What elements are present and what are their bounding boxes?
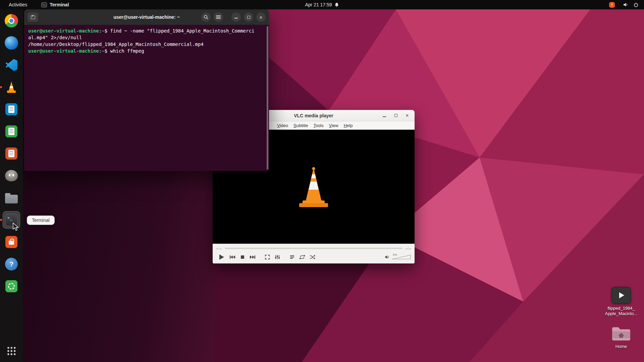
notification-bell-icon [335,2,339,7]
vlc-play-button[interactable] [216,253,227,261]
vlc-menu-tools[interactable]: Tools [311,122,326,129]
vlc-controls: --:-- --:-- [213,244,415,263]
terminal-line-2: al.mp4" 2>/dev/null [28,34,265,41]
dock-item-gimp[interactable] [3,167,20,184]
vlc-playlist-button[interactable] [288,253,297,261]
dock-item-libreoffice-writer[interactable] [3,101,20,118]
terminal-body[interactable]: user@user-virtual-machine:~$ find ~ -nam… [24,25,269,171]
chrome-icon [5,14,18,27]
terminal-titlebar[interactable]: user@user-virtual-machine: ~ × [24,9,269,25]
dock-item-vscode[interactable] [3,56,20,74]
extensions-icon [5,280,17,292]
vlc-cone-logo [295,166,332,208]
desktop-icon-home-folder[interactable]: Home [599,326,643,349]
terminal-scrollbar[interactable] [267,26,268,170]
minimize-icon [383,116,386,117]
home-folder-label: Home [615,344,627,349]
playlist-icon [289,255,295,259]
vlc-fullscreen-button[interactable] [263,253,272,261]
top-bar: Activities >_ Terminal Apr 21 17:59 ! [0,0,644,9]
video-file-label-line2: Apple_Macinto... [605,311,638,316]
vlc-minimize-button[interactable] [380,112,388,120]
show-applications-button[interactable] [3,343,20,359]
question-mark-icon: ? [5,258,18,270]
clock-button[interactable]: Apr 21 17:59 [305,0,339,9]
vlc-loop-button[interactable] [298,253,307,261]
vlc-volume-percent: 0% [393,253,397,256]
system-status-area[interactable]: ! [609,2,644,8]
dock-item-libreoffice-impress[interactable] [3,145,20,162]
gimp-icon [5,170,18,181]
vlc-menu-video[interactable]: Video [274,122,291,129]
terminal-close-button[interactable]: × [256,12,266,22]
dock: >_? [0,9,23,362]
vlc-menu-help[interactable]: Help [341,122,356,129]
new-tab-icon [31,15,35,19]
clock-label: Apr 21 17:59 [305,2,332,7]
impress-presentation-icon [5,147,17,160]
vlc-maximize-button[interactable] [392,112,400,120]
maximize-icon [394,114,397,117]
terminal-window: user@user-virtual-machine: ~ × user@user… [24,9,269,171]
terminal-minimize-button[interactable] [231,12,241,22]
video-file-label-line1: flipped_1984_ [607,306,635,311]
vlc-stop-button[interactable] [238,253,247,261]
search-icon [204,15,208,19]
activities-button[interactable]: Activities [6,1,30,8]
dock-item-files[interactable] [3,189,20,206]
play-icon [218,254,225,260]
terminal-line-3: /home/user/Desktop/flipped_1984_Apple_Ma… [28,41,265,48]
calc-spreadsheet-icon [5,125,17,137]
dock-item-vlc[interactable] [3,78,20,96]
vscode-icon [5,59,17,71]
vlc-time-remaining: --:-- [405,246,411,250]
vlc-random-button[interactable] [308,253,317,261]
focused-app-menu[interactable]: >_ Terminal [41,2,69,7]
shuffle-icon [309,255,315,259]
terminal-search-button[interactable] [201,12,211,22]
vlc-extended-settings-button[interactable] [273,253,282,261]
vlc-volume-control[interactable]: 0% [385,254,411,260]
maximize-icon [247,16,250,19]
speaker-icon [385,255,390,259]
globe-icon [5,36,18,50]
writer-document-icon [5,103,17,115]
focused-app-label: Terminal [50,2,69,7]
dock-item-web-browser[interactable] [3,34,20,52]
dock-item-ubuntu-software[interactable] [3,233,20,251]
loop-icon [299,255,305,259]
fullscreen-icon [265,254,270,260]
video-file-icon [611,287,631,304]
terminal-maximize-button[interactable] [244,12,253,22]
vlc-previous-button[interactable] [228,253,237,261]
dock-item-libreoffice-calc[interactable] [3,123,20,140]
vlc-menu-view[interactable]: View [326,122,341,129]
running-indicator [0,86,2,88]
hamburger-menu-icon [216,15,221,19]
terminal-line-4: user@user-virtual-machine:~$ which ffmpe… [28,48,265,54]
equalizer-icon [275,254,280,260]
vlc-next-button[interactable] [248,253,257,261]
dock-tooltip: Terminal [27,216,55,225]
dock-item-extensions[interactable] [3,278,20,295]
dock-item-help[interactable]: ? [3,255,20,273]
mouse-cursor [12,223,19,231]
folder-icon [5,195,18,203]
volume-icon [623,2,629,7]
dock-item-chrome[interactable] [3,12,20,29]
vlc-cone-icon [6,81,17,94]
app-grid-icon [7,346,16,356]
vlc-seek-slider[interactable] [225,248,403,249]
vlc-menu-subtitle[interactable]: Subtitle [291,122,311,129]
home-folder-icon [611,326,631,342]
terminal-new-tab-button[interactable] [28,12,38,22]
update-warning-icon: ! [609,2,615,8]
desktop-icon-video-file[interactable]: flipped_1984_ Apple_Macinto... [599,287,643,316]
running-indicator [0,219,2,221]
previous-icon [229,255,236,259]
minimize-icon [234,18,238,18]
terminal-app-icon: >_ [41,2,47,7]
terminal-menu-button[interactable] [214,12,223,22]
vlc-close-button[interactable]: × [403,112,411,120]
power-icon [633,2,639,7]
